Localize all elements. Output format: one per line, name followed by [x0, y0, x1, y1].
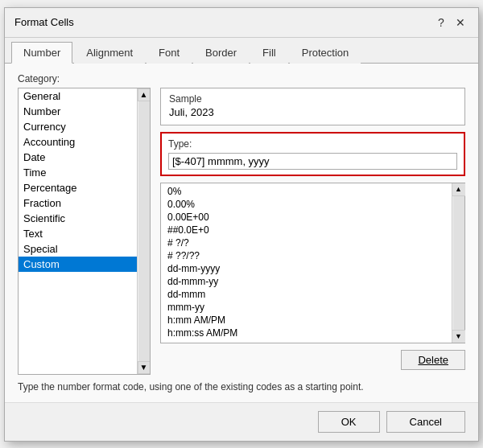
type-label: Type: — [168, 138, 457, 150]
format-item[interactable]: 0.00E+00 — [161, 211, 452, 224]
tab-content: Category: General Number Currency Accoun… — [5, 64, 478, 402]
tab-protection[interactable]: Protection — [290, 42, 361, 64]
format-cells-dialog: Format Cells ? ✕ Number Alignment Font B… — [4, 7, 479, 442]
format-scroll-track[interactable] — [453, 196, 464, 330]
format-scroll-up[interactable]: ▲ — [452, 183, 465, 196]
category-panel: General Number Currency Accounting Date … — [18, 88, 151, 375]
category-item-special[interactable]: Special — [19, 241, 137, 257]
delete-button[interactable]: Delete — [401, 350, 465, 370]
dialog-title: Format Cells — [14, 16, 74, 28]
category-item-time[interactable]: Time — [19, 165, 137, 180]
category-scrollbar[interactable]: ▲ ▼ — [137, 88, 150, 374]
tab-border[interactable]: Border — [193, 42, 249, 64]
format-item[interactable]: dd-mmm-yy — [161, 275, 452, 288]
ok-button[interactable]: OK — [318, 411, 380, 433]
tab-alignment[interactable]: Alignment — [74, 42, 145, 64]
category-label: Category: — [18, 73, 465, 84]
format-item[interactable]: h:mm AM/PM — [161, 314, 452, 327]
category-item-currency[interactable]: Currency — [19, 119, 137, 134]
category-item-text[interactable]: Text — [19, 226, 137, 241]
type-section: Type: — [160, 132, 465, 176]
format-item[interactable]: dd-mmm — [161, 288, 452, 301]
sample-label: Sample — [169, 93, 456, 105]
tab-bar: Number Alignment Font Border Fill Protec… — [5, 38, 478, 64]
format-list-wrapper: 0% 0.00% 0.00E+00 ##0.0E+0 # ?/? # ??/??… — [160, 183, 465, 343]
format-item[interactable]: mmm-yy — [161, 301, 452, 314]
sample-value: Juli, 2023 — [169, 105, 456, 120]
category-item-fraction[interactable]: Fraction — [19, 195, 137, 211]
category-item-percentage[interactable]: Percentage — [19, 180, 137, 195]
tab-number[interactable]: Number — [11, 42, 72, 64]
format-item[interactable]: 0.00% — [161, 198, 452, 211]
format-scroll-down[interactable]: ▼ — [452, 330, 465, 343]
format-list: 0% 0.00% 0.00E+00 ##0.0E+0 # ?/? # ??/??… — [161, 183, 452, 343]
delete-label: Delete — [418, 354, 448, 366]
scroll-track[interactable] — [138, 101, 150, 361]
type-input[interactable] — [168, 153, 457, 170]
sample-box: Sample Juli, 2023 — [160, 88, 465, 125]
close-button[interactable]: ✕ — [452, 14, 469, 31]
main-row: General Number Currency Accounting Date … — [18, 88, 465, 375]
format-item[interactable]: dd-mm-yyyy — [161, 262, 452, 275]
format-scrollbar[interactable]: ▲ ▼ — [452, 183, 464, 343]
right-panel: Sample Juli, 2023 Type: 0% 0.00% 0.00E+0… — [160, 88, 465, 375]
format-item[interactable]: 0% — [161, 185, 452, 198]
title-bar: Format Cells ? ✕ — [5, 8, 478, 38]
delete-row: Delete — [160, 350, 465, 370]
format-item[interactable]: # ??/?? — [161, 249, 452, 262]
hint-text: Type the number format code, using one o… — [18, 381, 465, 393]
help-button[interactable]: ? — [433, 14, 449, 31]
title-bar-left: Format Cells — [14, 16, 74, 28]
cancel-button[interactable]: Cancel — [386, 411, 465, 433]
tab-fill[interactable]: Fill — [250, 42, 288, 64]
category-item-date[interactable]: Date — [19, 150, 137, 165]
category-item-scientific[interactable]: Scientific — [19, 211, 137, 226]
scroll-down-arrow[interactable]: ▼ — [138, 361, 151, 374]
title-controls: ? ✕ — [433, 14, 469, 31]
bottom-bar: OK Cancel — [5, 402, 478, 441]
format-item[interactable]: # ?/? — [161, 236, 452, 249]
category-item-general[interactable]: General — [19, 88, 137, 104]
tab-font[interactable]: Font — [147, 42, 192, 64]
format-item[interactable]: ##0.0E+0 — [161, 224, 452, 236]
category-list-container: General Number Currency Accounting Date … — [18, 88, 151, 375]
category-item-number[interactable]: Number — [19, 104, 137, 119]
scroll-up-arrow[interactable]: ▲ — [138, 88, 151, 101]
category-list: General Number Currency Accounting Date … — [19, 88, 150, 374]
category-item-custom[interactable]: Custom — [19, 257, 137, 272]
category-item-accounting[interactable]: Accounting — [19, 134, 137, 150]
format-item[interactable]: h:mm:ss AM/PM — [161, 327, 452, 339]
